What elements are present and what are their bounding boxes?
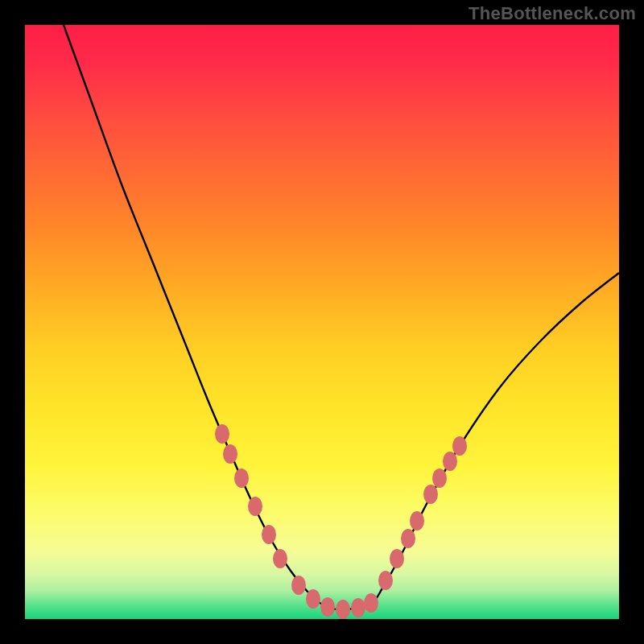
- curve-marker: [432, 469, 447, 488]
- curve-marker: [215, 424, 229, 444]
- curve-marker: [443, 452, 457, 471]
- curve-marker: [248, 497, 262, 516]
- curve-marker: [336, 600, 350, 619]
- curve-marker: [262, 525, 276, 544]
- curve-marker: [378, 571, 393, 590]
- curve-marker: [273, 549, 287, 568]
- curve-marker: [223, 444, 237, 464]
- curve-layer: [25, 25, 619, 619]
- bottleneck-curve: [64, 25, 619, 609]
- curve-marker: [351, 598, 365, 617]
- curve-marker: [423, 485, 438, 504]
- curve-marker: [291, 576, 306, 595]
- curve-marker: [306, 589, 320, 609]
- curve-marker: [320, 597, 335, 617]
- curve-marker: [234, 469, 249, 488]
- curve-marker: [364, 593, 378, 613]
- curve-marker: [452, 436, 467, 456]
- curve-marker: [410, 511, 424, 530]
- chart-stage: TheBottleneck.com: [0, 0, 644, 644]
- watermark-label: TheBottleneck.com: [469, 3, 636, 24]
- plot-area: [25, 25, 619, 619]
- curve-marker: [401, 529, 415, 548]
- curve-marker: [390, 549, 404, 568]
- curve-markers: [215, 424, 467, 619]
